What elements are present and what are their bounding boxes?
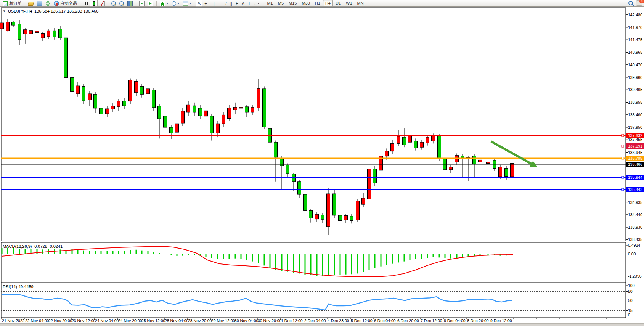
time-tick-label: 8 Dec 04:00	[444, 318, 466, 323]
timeframe-d1[interactable]: D1	[333, 0, 343, 6]
symbol-info-bar[interactable]: ▼ USDJPY-,H4 136.584 136.617 136.233 136…	[3, 9, 98, 13]
crosshair-tool-button[interactable]: +	[203, 0, 208, 7]
chart-window[interactable]: 142.480141.970141.475140.965140.470139.9…	[0, 7, 644, 323]
candle	[443, 157, 447, 175]
rsi-line	[2, 294, 512, 310]
timeframe-m5[interactable]: M5	[276, 0, 286, 6]
timeframe-m15[interactable]: M15	[286, 0, 299, 6]
window-icon	[37, 1, 42, 6]
channel-tool-button[interactable]: ∥	[229, 0, 234, 7]
time-tick-label: 24 Nov 20:00	[118, 318, 142, 323]
chart-canvas[interactable]: 142.480141.970141.475140.965140.470139.9…	[0, 7, 644, 323]
candle	[479, 153, 482, 171]
new-order-label: 新订单	[9, 0, 22, 6]
candle	[449, 165, 453, 173]
separator	[156, 1, 157, 6]
cursor-icon: ↖	[198, 1, 201, 6]
candle	[344, 214, 348, 223]
price-tag-label: 135.944	[628, 175, 642, 180]
auto-scroll-icon	[139, 1, 145, 6]
line-chart-button[interactable]	[98, 0, 106, 7]
horizontal-level-line[interactable]: 136.466	[1, 162, 644, 167]
tile-windows-button[interactable]	[126, 0, 134, 7]
timeframe-m1[interactable]: M1	[265, 0, 275, 6]
candle	[362, 193, 365, 207]
indicators-button[interactable]: ▾	[158, 0, 170, 7]
candle	[333, 189, 336, 218]
candle	[309, 209, 313, 223]
candle	[106, 106, 109, 117]
timeframe-mn[interactable]: MN	[355, 0, 366, 6]
candle	[487, 160, 490, 166]
zoom-in-button[interactable]	[110, 0, 117, 7]
time-tick-label: 30 Nov 20:00	[258, 318, 282, 323]
new-order-icon	[3, 1, 8, 6]
candle	[245, 105, 249, 117]
candle	[408, 129, 412, 144]
candle	[12, 21, 15, 27]
horizontal-level-line[interactable]: 137.191	[1, 143, 644, 149]
chart-shift-icon	[148, 1, 153, 6]
horizontal-level-line[interactable]: 137.632	[1, 133, 644, 138]
text-tool-button[interactable]: A	[240, 0, 246, 7]
candle	[41, 32, 45, 41]
candle	[29, 29, 33, 37]
search-icon[interactable]	[628, 1, 633, 5]
chart-shift-button[interactable]	[146, 0, 155, 7]
candle	[304, 193, 307, 215]
label-tool-button[interactable]: T	[246, 0, 252, 7]
chat-icon[interactable]: 1	[636, 0, 642, 6]
trendline-icon: /	[226, 1, 227, 6]
autotrading-label: 自动交易	[60, 0, 77, 6]
auto-scroll-button[interactable]	[138, 0, 146, 7]
horizontal-level-line[interactable]: 136.705	[1, 156, 644, 161]
candle	[251, 105, 254, 115]
time-tick-label: 30 Nov 04:00	[234, 318, 259, 323]
timeframe-w1[interactable]: W1	[344, 0, 355, 6]
cursor-tool-button[interactable]: ↖	[196, 0, 202, 7]
time-tick-label: 28 Nov 04:00	[165, 318, 189, 323]
templates-button[interactable]: ▾	[181, 0, 193, 7]
price-tick-label: 140.470	[628, 63, 642, 67]
time-tick-label: 22 Nov 04:00	[25, 318, 49, 323]
candle	[24, 28, 27, 44]
fibonacci-tool-button[interactable]: F	[234, 0, 240, 7]
template-icon	[183, 1, 188, 6]
timeframe-h1[interactable]: H1	[313, 0, 323, 6]
horizontal-level-line[interactable]: 135.443	[1, 187, 644, 192]
vertical-line-tool-button[interactable]: |	[212, 0, 216, 7]
new-order-button[interactable]: 新订单	[1, 0, 23, 7]
candle	[146, 86, 150, 97]
collapse-icon[interactable]: ▼	[3, 10, 6, 13]
rsi-tick-label: 15	[628, 308, 633, 313]
time-tick-label: 29 Nov 12:00	[211, 318, 235, 323]
candle	[216, 121, 220, 137]
zoom-out-button[interactable]	[118, 0, 125, 7]
rsi-tick-label: 80	[628, 289, 633, 294]
market-watch-button[interactable]	[35, 0, 44, 7]
price-tick-label: 134.440	[628, 212, 642, 217]
timeframe-h4[interactable]: H4	[323, 0, 333, 6]
bar-chart-button[interactable]	[82, 0, 90, 7]
label-icon: T	[248, 1, 251, 6]
arrows-tool-button[interactable]: ↕▾	[252, 0, 261, 7]
horizontal-level-line[interactable]: 135.944	[1, 175, 644, 180]
price-tick-label: 140.965	[628, 50, 642, 55]
candlestick-chart-button[interactable]	[90, 0, 98, 7]
symbol-timeframe: USDJPY-,H4	[8, 9, 32, 13]
signals-button[interactable]	[44, 0, 52, 7]
horizontal-line-tool-button[interactable]: —	[217, 0, 224, 7]
candle	[88, 91, 92, 106]
gold-button[interactable]	[27, 0, 35, 7]
trend-arrow[interactable]	[491, 141, 538, 167]
autotrading-button[interactable]: 自动交易	[52, 0, 79, 7]
candle	[111, 103, 115, 112]
timeframe-m30[interactable]: M30	[299, 0, 312, 6]
candle	[379, 154, 383, 173]
price-tick-label: 133.435	[628, 237, 642, 242]
chevron-down-icon: ▾	[178, 2, 179, 5]
candle	[339, 213, 342, 223]
trendline-tool-button[interactable]: /	[224, 0, 228, 7]
periods-button[interactable]: ▾	[170, 0, 181, 7]
price-tick-label: 137.455	[628, 137, 642, 142]
